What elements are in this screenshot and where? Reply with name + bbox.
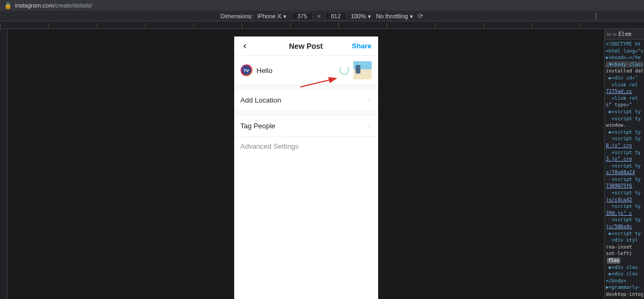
url-path: /create/details/ (54, 2, 92, 9)
url-text[interactable]: instagram.com/create/details/ (15, 2, 92, 9)
dom-node[interactable]: <div styl (606, 237, 643, 244)
dom-node[interactable]: <script ty (606, 149, 643, 156)
kebab-menu-icon[interactable]: ⋮ (592, 12, 600, 20)
device-selector[interactable]: iPhone X▼ (257, 13, 287, 19)
tag-people-label: Tag People (241, 122, 276, 130)
chevron-right-icon (366, 122, 372, 130)
dom-node[interactable]: ▶<div clas (606, 264, 643, 271)
dimension-separator: × (317, 13, 321, 19)
dom-node[interactable]: ▶<script ty (606, 129, 643, 136)
dom-node[interactable]: s/78e68a24 (606, 169, 643, 176)
dropdown-arrow-icon: ▼ (409, 14, 414, 19)
dom-node[interactable]: …▼<body class (606, 61, 643, 68)
dom-node[interactable]: <script ty (606, 176, 643, 183)
caption-row: TV Hello (234, 56, 378, 85)
device-viewport: New Post Share TV Hello Add Location Tag… (8, 29, 604, 299)
dom-node[interactable]: ▶<script ty (606, 230, 643, 237)
chevron-left-icon (241, 42, 249, 50)
add-location-label: Add Location (241, 96, 281, 104)
devtools-header: ▭ ▭ Elem (605, 29, 644, 40)
dom-tree[interactable]: <!DOCTYPE ht<html lang="e▶<head>…</he…▼<… (605, 40, 644, 299)
device-toolbar: Dimensions: iPhone X▼ × 100%▼ No throttl… (0, 11, 644, 21)
dom-node[interactable]: <link rel (606, 95, 643, 102)
device-mode-icon[interactable]: ▭ (613, 31, 617, 38)
add-location-row[interactable]: Add Location (234, 89, 378, 111)
dom-node[interactable]: <link rel (606, 82, 643, 89)
loading-spinner-icon (339, 65, 349, 75)
lock-icon: 🔒 (4, 2, 12, 9)
dom-node[interactable]: <script ty (606, 216, 643, 223)
dom-node[interactable]: <script ty (606, 135, 643, 142)
dom-node[interactable]: <html lang="e (606, 48, 643, 55)
height-input[interactable] (325, 12, 346, 20)
dom-node[interactable]: ▶<grammarly- (606, 284, 643, 291)
dom-node[interactable]: 7275ad.cs (606, 88, 643, 95)
dom-node[interactable]: <script ty (606, 115, 643, 122)
dom-node[interactable]: <script ty (606, 189, 643, 196)
inspect-icon[interactable]: ▭ (607, 31, 611, 38)
ruler (0, 21, 644, 29)
dom-node[interactable]: 7389075f6 (606, 183, 643, 189)
phone-header: New Post Share (234, 37, 378, 56)
dom-node[interactable]: rea-inset (606, 244, 643, 251)
url-host: instagram.com (15, 2, 54, 9)
dom-node[interactable]: <script ty (606, 163, 643, 170)
dom-node[interactable]: flex (606, 257, 643, 264)
url-bar: 🔒 instagram.com/create/details/ (0, 0, 644, 11)
dom-node[interactable]: desktop-integ (606, 291, 643, 298)
dropdown-arrow-icon: ▼ (367, 14, 372, 19)
elements-tab[interactable]: Elem (618, 31, 631, 37)
back-button[interactable] (241, 42, 249, 50)
dom-node[interactable]: 8.js" cro (606, 142, 643, 149)
dom-node[interactable]: window. (606, 122, 643, 129)
dom-node[interactable]: set-left) (606, 250, 643, 257)
zoom-selector[interactable]: 100%▼ (351, 13, 372, 19)
dom-node[interactable]: </body> (606, 278, 643, 285)
dom-node[interactable]: 3.js" cro (606, 156, 643, 163)
devtools-panel: ▭ ▭ Elem <!DOCTYPE ht<html lang="e▶<head… (604, 29, 644, 299)
post-thumbnail[interactable] (353, 61, 372, 79)
dom-node[interactable]: js/506e4c (606, 223, 643, 230)
separator (234, 85, 378, 89)
advanced-settings-link[interactable]: Advanced Settings (234, 136, 378, 156)
tag-people-row[interactable]: Tag People (234, 115, 378, 136)
throttling-selector[interactable]: No throttling▼ (376, 13, 414, 19)
dom-node[interactable]: ▶<div clas (606, 271, 643, 278)
avatar: TV (241, 64, 252, 76)
caption-input[interactable]: Hello (257, 67, 335, 75)
chevron-right-icon (366, 96, 372, 104)
dom-node[interactable]: s" type=" (606, 101, 643, 108)
separator (234, 111, 378, 115)
dom-node[interactable]: <script ty (606, 203, 643, 210)
share-button[interactable]: Share (352, 42, 371, 50)
dom-node[interactable]: ▶<head>…</he (606, 54, 643, 61)
dom-node[interactable]: installed dat (606, 68, 643, 75)
dom-node[interactable]: 39d.js" c (606, 210, 643, 217)
dimensions-label: Dimensions: (221, 13, 254, 19)
dom-node[interactable]: ▶<script ty (606, 108, 643, 115)
page-title: New Post (289, 42, 323, 50)
vertical-ruler (0, 29, 8, 299)
dom-node[interactable]: js/c4ca42 (606, 196, 643, 203)
phone-screen: New Post Share TV Hello Add Location Tag… (234, 37, 378, 299)
dom-node[interactable]: ▶<div id=" (606, 75, 643, 82)
dom-node[interactable]: <!DOCTYPE ht (606, 41, 643, 48)
dropdown-arrow-icon: ▼ (283, 14, 287, 19)
width-input[interactable] (292, 12, 313, 20)
rotate-icon[interactable]: ⟳ (418, 12, 423, 20)
avatar-initials: TV (242, 65, 251, 75)
